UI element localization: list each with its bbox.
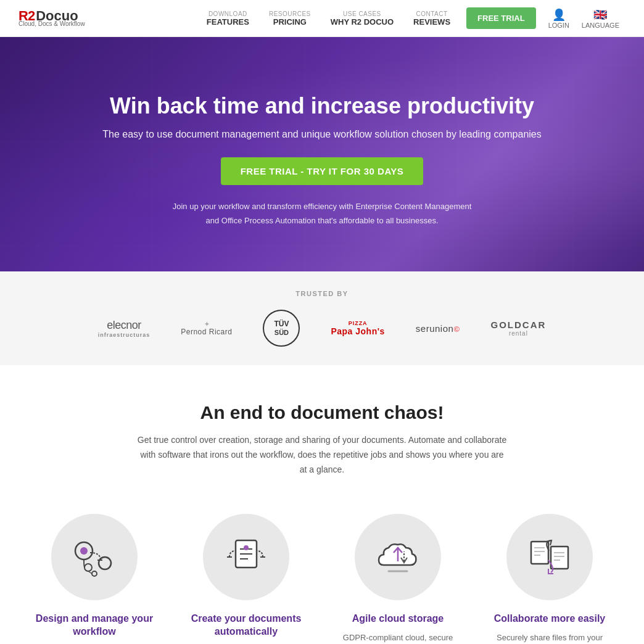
hero-section: Win back time and increase productivity … bbox=[0, 37, 644, 271]
feature-card-workflow: Design and manage your workflow Set up a… bbox=[25, 508, 164, 644]
login-label: LOGIN bbox=[548, 22, 569, 29]
person-icon: 👤 bbox=[552, 8, 566, 22]
cloud-icon-wrap bbox=[355, 514, 441, 600]
trusted-logos: elecnor infraestructuras ✦ Pernod Ricard… bbox=[25, 310, 619, 347]
nav-free-trial-button[interactable]: FREE TRIAL bbox=[466, 7, 536, 29]
language-label: LANGUAGE bbox=[582, 22, 619, 29]
features-title: An end to document chaos! bbox=[25, 402, 619, 423]
svg-point-1 bbox=[80, 547, 88, 555]
trusted-label: TRUSTED BY bbox=[25, 290, 619, 297]
nav-usecases-label: USE CASES bbox=[343, 10, 381, 17]
feature-card-collaborate: Collaborate more easily Securely share f… bbox=[480, 508, 619, 644]
workflow-icon-wrap bbox=[51, 514, 138, 600]
nav-download-label: DOWNLOAD bbox=[208, 10, 247, 17]
svg-point-3 bbox=[85, 564, 92, 571]
cloud-card-title: Agile cloud storage bbox=[352, 613, 444, 625]
cloud-icon bbox=[370, 529, 426, 585]
nav-reviews-label: REVIEWS bbox=[413, 17, 450, 27]
logo-sub: Cloud, Docs & Workflow bbox=[19, 20, 85, 28]
logo-pernod-ricard: ✦ Pernod Ricard bbox=[181, 321, 232, 336]
nav-contact-label: CONTACT bbox=[416, 10, 448, 17]
nav-pricing-label: PRICING bbox=[273, 17, 307, 27]
collaborate-card-title: Collaborate more easily bbox=[494, 613, 606, 625]
svg-point-9 bbox=[244, 545, 249, 550]
features-section: An end to document chaos! Get true contr… bbox=[0, 365, 644, 644]
navigation: R2Docuo Cloud, Docs & Workflow DOWNLOAD … bbox=[0, 0, 644, 37]
logo[interactable]: R2Docuo Cloud, Docs & Workflow bbox=[19, 9, 85, 28]
svg-rect-19 bbox=[551, 547, 568, 569]
hero-cta-button[interactable]: FREE TRIAL - Try it for 30 days bbox=[221, 157, 424, 185]
hero-body-text: Join up your workflow and transform effi… bbox=[168, 200, 476, 227]
documents-card-title: Create your documents automatically bbox=[186, 613, 307, 638]
logo-tuv-sud: TÜV SÜD bbox=[263, 310, 300, 347]
nav-download[interactable]: DOWNLOAD FEATURES bbox=[197, 10, 259, 27]
collaborate-icon bbox=[522, 529, 577, 585]
workflow-icon bbox=[67, 529, 122, 585]
nav-links: DOWNLOAD FEATURES RESOURCES PRICING USE … bbox=[197, 10, 460, 27]
hero-subtitle: The easy to use document management and … bbox=[102, 129, 542, 140]
nav-login[interactable]: 👤 LOGIN bbox=[542, 8, 576, 29]
feature-card-documents: Create your documents automatically Appl… bbox=[176, 508, 316, 644]
hero-bg-decoration bbox=[0, 37, 644, 271]
trusted-section: TRUSTED BY elecnor infraestructuras ✦ Pe… bbox=[0, 271, 644, 365]
svg-point-4 bbox=[92, 571, 97, 576]
nav-resources-label: RESOURCES bbox=[269, 10, 311, 17]
workflow-card-title: Design and manage your workflow bbox=[34, 613, 155, 638]
nav-use-cases[interactable]: USE CASES WHY R2 DOCUO bbox=[321, 10, 403, 27]
cloud-card-desc: GDPR-compliant cloud, secure and on mobi… bbox=[337, 632, 458, 644]
logo-elecnor: elecnor infraestructuras bbox=[98, 319, 151, 338]
logo-goldcar: GOLDCAR rental bbox=[490, 320, 546, 337]
nav-features-label: FEATURES bbox=[207, 17, 249, 27]
nav-contact[interactable]: CONTACT REVIEWS bbox=[403, 10, 460, 27]
collaborate-icon-wrap bbox=[506, 514, 593, 600]
logo-serunion: serunion© bbox=[416, 323, 460, 334]
nav-resources[interactable]: RESOURCES PRICING bbox=[259, 10, 321, 27]
documents-icon bbox=[218, 529, 274, 585]
feature-card-cloud: Agile cloud storage GDPR-compliant cloud… bbox=[328, 508, 468, 644]
collaborate-card-desc: Securely share files from your website bbox=[489, 632, 610, 644]
nav-language[interactable]: 🇬🇧 LANGUAGE bbox=[576, 8, 625, 29]
documents-icon-wrap bbox=[203, 514, 289, 600]
nav-why-label: WHY R2 DOCUO bbox=[331, 17, 394, 27]
features-grid: Design and manage your workflow Set up a… bbox=[25, 508, 619, 644]
flag-icon: 🇬🇧 bbox=[593, 8, 607, 22]
logo-papa-johns: PIZZA Papa John's bbox=[331, 320, 384, 336]
hero-title: Win back time and increase productivity bbox=[110, 93, 534, 119]
features-description: Get true control over creation, storage … bbox=[137, 433, 507, 477]
svg-rect-15 bbox=[531, 542, 548, 564]
